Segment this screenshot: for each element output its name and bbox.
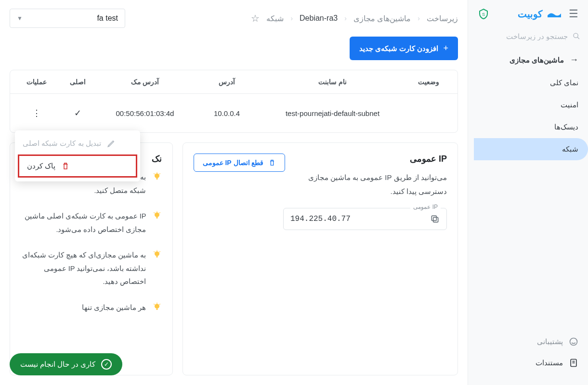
svg-point-9 bbox=[155, 173, 159, 178]
sidebar-item-overview[interactable]: نمای کلی bbox=[468, 72, 588, 94]
lightbulb-icon bbox=[152, 172, 162, 181]
svg-rect-14 bbox=[156, 257, 157, 258]
bc-group[interactable]: ماشین‌های مجازی bbox=[353, 14, 411, 23]
star-icon[interactable]: ☆ bbox=[251, 13, 260, 24]
bc-page: شبکه bbox=[266, 14, 284, 23]
th-status: وضعیت bbox=[405, 78, 453, 86]
copy-icon[interactable] bbox=[430, 214, 440, 224]
bc-root[interactable]: زیرساخت bbox=[427, 14, 458, 23]
trash-icon bbox=[61, 162, 70, 170]
menu-make-primary: تبدیل به کارت شبکه اصلی bbox=[15, 133, 140, 154]
footer-docs-label: مستندات bbox=[536, 359, 563, 367]
th-address: آدرس bbox=[193, 78, 261, 86]
search-input[interactable] bbox=[476, 32, 568, 40]
svg-point-3 bbox=[570, 338, 577, 346]
footer-docs[interactable]: مستندات bbox=[478, 352, 578, 373]
tip-text: هر ماشین مجازی تنها bbox=[82, 301, 146, 315]
partner-logo-icon: S bbox=[478, 8, 489, 20]
caret-down-icon: ▼ bbox=[17, 15, 23, 22]
tip-text: به ماشین مجازی‌ای که هیچ کارت شبکه‌ای ند… bbox=[21, 249, 146, 289]
lightbulb-icon bbox=[152, 250, 162, 259]
add-btn-label: افزودن کارت شبکه‌ی جدید bbox=[359, 44, 439, 53]
lightbulb-icon bbox=[152, 211, 162, 220]
status-pill-text: کاری در حال انجام نیست bbox=[20, 360, 95, 369]
pencil-icon bbox=[107, 139, 116, 148]
sidebar-item-security[interactable]: امنیت bbox=[468, 94, 588, 116]
svg-point-15 bbox=[155, 304, 159, 308]
row-action-menu: تبدیل به کارت شبکه اصلی پاک کردن bbox=[15, 130, 140, 181]
ip-field-label: IP عمومی bbox=[410, 204, 441, 210]
bc-item[interactable]: Debian-ra3 bbox=[300, 14, 338, 23]
nav-group-header[interactable]: → ماشین‌های مجازی bbox=[468, 48, 588, 72]
sidebar: ☰ کوبیت S → ماشین‌های مجازی نمای کلی امن… bbox=[468, 0, 588, 385]
ip-value: 194.225.40.77 bbox=[290, 215, 424, 223]
table-row: test-pournejati-default-subnet 10.0.0.4 … bbox=[10, 94, 457, 132]
public-ip-card: قطع اتصال IP عمومی IP عمومی می‌توانید از… bbox=[183, 142, 458, 375]
search-icon bbox=[573, 32, 580, 40]
ip-card-desc: می‌توانید از طریق IP عمومی به ماشین مجاز… bbox=[194, 171, 447, 198]
sidebar-header: ☰ کوبیت S bbox=[468, 0, 588, 28]
lightbulb-icon bbox=[152, 302, 162, 312]
footer-support-label: پشتیبانی bbox=[537, 337, 563, 346]
svg-text:S: S bbox=[482, 12, 485, 17]
th-ops: عملیات bbox=[15, 78, 58, 86]
menu-delete-label: پاک کردن bbox=[27, 162, 55, 170]
th-mac: آدرس مک bbox=[97, 78, 193, 86]
footer-support[interactable]: پشتیبانی bbox=[478, 331, 578, 352]
svg-rect-7 bbox=[433, 218, 438, 222]
svg-rect-8 bbox=[431, 216, 436, 220]
sidebar-search bbox=[468, 28, 588, 48]
project-value: fa test bbox=[97, 14, 118, 23]
nav-group-title: ماشین‌های مجازی bbox=[510, 56, 564, 64]
svg-point-13 bbox=[155, 252, 159, 257]
logo-area[interactable]: کوبیت bbox=[497, 8, 561, 20]
svg-point-11 bbox=[155, 212, 159, 217]
svg-rect-10 bbox=[156, 178, 157, 180]
arrow-back-icon: → bbox=[570, 55, 578, 65]
wave-icon bbox=[548, 11, 561, 17]
chevron-left-icon: ‹ bbox=[418, 14, 420, 22]
sidebar-footer: پشتیبانی مستندات bbox=[468, 325, 588, 385]
chevron-left-icon: ‹ bbox=[344, 14, 347, 22]
svg-rect-16 bbox=[156, 308, 157, 310]
action-row: + افزودن کارت شبکه‌ی جدید bbox=[0, 37, 468, 70]
disconnect-ip-button[interactable]: قطع اتصال IP عمومی bbox=[194, 154, 286, 172]
docs-icon bbox=[569, 358, 578, 368]
row-actions-button[interactable]: ⋮ bbox=[15, 108, 58, 118]
status-pill[interactable]: ✓ کاری در حال انجام نیست bbox=[10, 353, 122, 375]
chevron-left-icon: ‹ bbox=[290, 14, 293, 22]
tip-item: به ماشین مجازی‌ای که هیچ کارت شبکه‌ای ند… bbox=[21, 249, 162, 289]
cell-primary: ✓ bbox=[58, 108, 97, 118]
sidebar-item-disks[interactable]: دیسک‌ها bbox=[468, 116, 588, 138]
breadcrumb: زیرساخت ‹ ماشین‌های مجازی ‹ Debian-ra3 ‹… bbox=[251, 13, 458, 24]
topbar: زیرساخت ‹ ماشین‌های مجازی ‹ Debian-ra3 ‹… bbox=[0, 0, 468, 37]
sidebar-item-network[interactable]: شبکه bbox=[474, 138, 588, 160]
menu-delete[interactable]: پاک کردن bbox=[18, 154, 137, 178]
svg-line-2 bbox=[577, 37, 579, 39]
support-icon bbox=[569, 337, 578, 346]
add-network-card-button[interactable]: + افزودن کارت شبکه‌ی جدید bbox=[350, 37, 458, 60]
svg-rect-12 bbox=[156, 217, 157, 218]
th-primary: اصلی bbox=[58, 78, 97, 86]
table-header-row: وضعیت نام سابنت آدرس آدرس مک اصلی عملیات bbox=[10, 70, 457, 94]
cell-subnet: test-pournejati-default-subnet bbox=[261, 109, 405, 117]
main-content: زیرساخت ‹ ماشین‌های مجازی ‹ Debian-ra3 ‹… bbox=[0, 0, 468, 385]
tip-text: IP عمومی به کارت شبکه‌ی اصلی ماشین مجازی… bbox=[21, 210, 146, 236]
svg-point-1 bbox=[574, 33, 578, 38]
cell-mac: 00:50:56:01:03:4d bbox=[97, 109, 193, 117]
cell-address: 10.0.0.4 bbox=[193, 109, 261, 117]
brand-name: کوبیت bbox=[518, 8, 543, 20]
th-subnet: نام سابنت bbox=[261, 78, 405, 86]
trash-icon bbox=[268, 159, 276, 167]
hamburger-menu-icon[interactable]: ☰ bbox=[569, 8, 578, 20]
ip-field: IP عمومی 194.225.40.77 bbox=[283, 208, 447, 230]
project-selector[interactable]: ▼ fa test bbox=[10, 9, 125, 28]
network-cards-table: وضعیت نام سابنت آدرس آدرس مک اصلی عملیات… bbox=[10, 70, 458, 133]
check-circle-icon: ✓ bbox=[101, 359, 112, 370]
menu-make-primary-label: تبدیل به کارت شبکه اصلی bbox=[23, 139, 101, 148]
disconnect-label: قطع اتصال IP عمومی bbox=[203, 159, 264, 167]
tip-item: IP عمومی به کارت شبکه‌ی اصلی ماشین مجازی… bbox=[21, 210, 162, 236]
tip-item: هر ماشین مجازی تنها bbox=[21, 301, 162, 315]
plus-icon: + bbox=[443, 43, 448, 53]
